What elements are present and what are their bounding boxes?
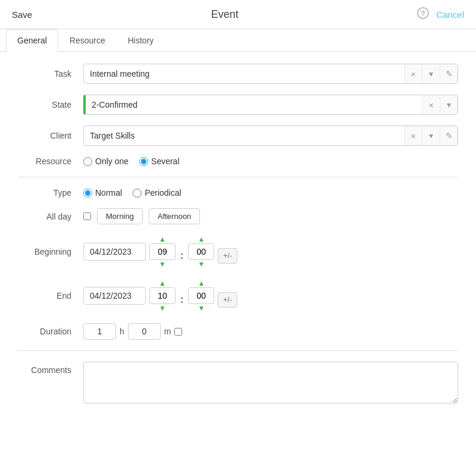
chevron-down-icon <box>429 131 433 140</box>
allday-label: All day <box>18 212 83 221</box>
type-label: Type <box>18 188 83 198</box>
beginning-hours-spinner: ▲ ▼ <box>149 235 176 268</box>
duration-minutes-input[interactable] <box>128 323 161 340</box>
allday-row: All day Morning Afternoon <box>18 208 458 224</box>
end-hours-up[interactable]: ▲ <box>156 279 168 287</box>
client-input-group <box>83 126 458 146</box>
task-label: Task <box>18 69 83 79</box>
beginning-minutes-spinner: ▲ ▼ <box>188 235 214 268</box>
task-clear-icon[interactable] <box>404 64 422 83</box>
end-minutes-spinner: ▲ ▼ <box>188 279 214 312</box>
type-row: Type Normal Periodical <box>18 188 458 198</box>
client-input[interactable] <box>84 127 404 144</box>
beginning-field: ▲ ▼ : ▲ ▼ +/- <box>83 235 458 268</box>
cancel-button[interactable]: Cancel <box>436 10 464 20</box>
beginning-label: Beginning <box>18 247 83 256</box>
divider-2 <box>18 350 458 351</box>
state-input[interactable] <box>86 96 422 113</box>
tab-history[interactable]: History <box>117 29 165 52</box>
state-input-group <box>83 95 458 115</box>
resource-only-one[interactable]: Only one <box>83 156 129 166</box>
client-clear-icon[interactable] <box>404 126 422 145</box>
client-dropdown-icon[interactable] <box>422 126 440 145</box>
resource-field: Only one Several <box>83 156 458 166</box>
duration-controls: h m <box>83 323 458 340</box>
afternoon-button[interactable]: Afternoon <box>149 208 200 224</box>
tab-general[interactable]: General <box>6 29 58 52</box>
type-normal-radio[interactable] <box>83 189 92 198</box>
type-periodical-radio[interactable] <box>133 189 142 198</box>
morning-button[interactable]: Morning <box>97 208 143 224</box>
beginning-plusminus-button[interactable]: +/- <box>218 248 237 264</box>
state-clear-icon[interactable] <box>422 95 440 114</box>
beginning-minutes-down[interactable]: ▼ <box>195 260 207 268</box>
task-dropdown-icon[interactable] <box>422 64 440 83</box>
comments-label: Comments <box>18 362 83 375</box>
beginning-hours-input[interactable] <box>149 243 176 260</box>
help-icon[interactable]: ? <box>417 7 429 21</box>
type-field: Normal Periodical <box>83 188 458 198</box>
type-periodical-label: Periodical <box>145 188 181 198</box>
beginning-minutes-input[interactable] <box>188 243 214 260</box>
resource-radio-group: Only one Several <box>83 156 458 166</box>
end-hours-down[interactable]: ▼ <box>156 304 168 312</box>
allday-field: Morning Afternoon <box>83 208 458 224</box>
duration-checkbox[interactable] <box>174 328 182 336</box>
end-label: End <box>18 291 83 300</box>
end-colon: : <box>180 295 183 305</box>
client-row: Client <box>18 126 458 146</box>
beginning-colon: : <box>180 250 183 261</box>
header: Save Event ? Cancel <box>0 0 476 29</box>
chevron-down-icon <box>429 69 433 79</box>
beginning-date-input[interactable] <box>83 243 146 261</box>
beginning-row: Beginning ▲ ▼ : ▲ ▼ +/- <box>18 235 458 268</box>
allday-checkbox[interactable] <box>83 212 91 220</box>
resource-several-label: Several <box>151 156 179 166</box>
type-normal-label: Normal <box>95 188 122 198</box>
tab-resource[interactable]: Resource <box>58 29 117 52</box>
beginning-minutes-up[interactable]: ▲ <box>195 235 207 243</box>
duration-hours-input[interactable] <box>83 323 116 340</box>
header-actions: ? Cancel <box>417 7 464 21</box>
resource-only-one-radio[interactable] <box>83 157 92 166</box>
edit-icon <box>446 69 453 79</box>
task-edit-icon[interactable] <box>440 64 458 83</box>
client-field <box>83 126 458 146</box>
x-icon <box>411 131 416 140</box>
svg-text:?: ? <box>421 10 425 18</box>
resource-only-one-label: Only one <box>95 156 129 166</box>
type-radio-group: Normal Periodical <box>83 188 458 198</box>
end-minutes-up[interactable]: ▲ <box>195 279 207 287</box>
resource-row: Resource Only one Several <box>18 156 458 166</box>
task-input[interactable] <box>84 65 404 82</box>
state-dropdown-icon[interactable] <box>440 95 458 114</box>
form-content: Task State Client <box>0 52 476 468</box>
type-normal[interactable]: Normal <box>83 188 122 198</box>
x-icon <box>428 101 434 109</box>
chevron-down-icon <box>447 100 451 109</box>
beginning-time-section: ▲ ▼ : ▲ ▼ +/- <box>83 235 458 268</box>
beginning-hours-up[interactable]: ▲ <box>156 235 168 243</box>
end-row: End ▲ ▼ : ▲ ▼ +/- <box>18 279 458 312</box>
end-hours-input[interactable] <box>149 287 176 304</box>
duration-field: h m <box>83 323 458 340</box>
end-date-input[interactable] <box>83 287 146 305</box>
task-row: Task <box>18 64 458 84</box>
task-input-group <box>83 64 458 84</box>
duration-hours-unit: h <box>120 327 124 336</box>
beginning-hours-down[interactable]: ▼ <box>156 260 168 268</box>
client-edit-icon[interactable] <box>440 126 458 145</box>
end-minutes-input[interactable] <box>188 287 214 304</box>
divider-1 <box>18 177 458 177</box>
x-icon <box>411 70 416 79</box>
save-button[interactable]: Save <box>12 10 32 20</box>
resource-several[interactable]: Several <box>139 156 179 166</box>
comments-textarea[interactable] <box>83 362 458 403</box>
tabs-container: General Resource History <box>0 29 476 52</box>
state-row: State <box>18 95 458 115</box>
end-plusminus-button[interactable]: +/- <box>218 292 237 308</box>
resource-several-radio[interactable] <box>139 157 148 166</box>
end-minutes-down[interactable]: ▼ <box>195 304 207 312</box>
type-periodical[interactable]: Periodical <box>133 188 181 198</box>
end-time-section: ▲ ▼ : ▲ ▼ +/- <box>83 279 458 312</box>
